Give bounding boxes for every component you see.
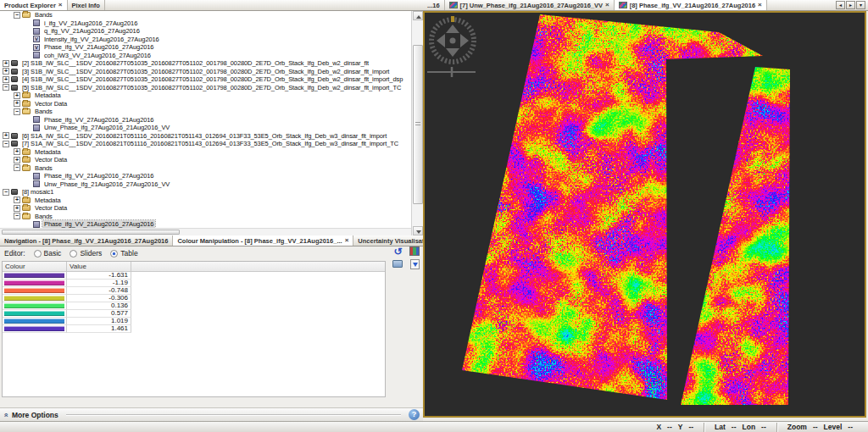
colour-swatch-cell[interactable] [3,325,67,333]
scroll-tabs-left-icon[interactable]: ◂ [836,1,845,9]
image-tab-16[interactable]: ...16 [423,0,445,10]
colour-swatch-cell[interactable] [3,272,67,280]
colour-table-row[interactable]: -0.748 [3,287,385,295]
tree-row[interactable]: +[4] S1B_IW_SLC__1SDV_20160827T051035_20… [0,75,411,84]
expand-icon[interactable]: + [14,205,20,212]
tree-row[interactable]: coh_IW3_VV_21Aug2016_27Aug2016 [0,52,411,60]
tree-row[interactable]: −[8] mosaic1 [0,188,411,197]
close-icon[interactable]: × [58,2,63,8]
tree-row[interactable]: +[3] S1B_IW_SLC__1SDV_20160827T051035_20… [0,68,411,76]
tab-product-explorer[interactable]: Product Explorer× [0,0,68,10]
collapse-icon[interactable]: − [3,189,9,196]
tree-row[interactable]: −Bands [0,11,411,19]
more-options-bar[interactable]: » More Options ? [0,407,423,421]
close-icon[interactable]: × [758,2,762,8]
pan-up-arrow-icon[interactable] [446,25,459,33]
tree-row[interactable]: +[2] S1B_IW_SLC__1SDV_20160827T051035_20… [0,59,411,68]
tree-row[interactable]: VIntensity_ifg_VV_21Aug2016_27Aug2016 [0,36,411,44]
close-icon[interactable]: × [605,2,609,8]
collapse-icon[interactable]: − [3,84,9,91]
save-palette-icon[interactable] [410,259,420,269]
colour-table-row[interactable]: -1.19 [3,280,385,287]
close-icon[interactable]: × [345,237,349,244]
tree-row[interactable]: −Bands [0,164,411,173]
tab-navigation-8-phase-ifg-vv-21aug2[interactable]: Navigation - [8] Phase_ifg_VV_21Aug2016_… [0,235,173,246]
compass-center-icon[interactable] [450,38,456,44]
radio-basic[interactable]: Basic [34,249,62,258]
expand-icon[interactable]: + [3,76,9,83]
tree-row[interactable]: −Bands [0,108,411,116]
interferogram-canvas[interactable] [425,13,865,416]
open-palette-icon[interactable] [392,260,403,268]
expand-icon[interactable]: + [3,68,9,75]
tree-vertical-scrollbar[interactable] [411,11,423,235]
scrollbar-thumb[interactable] [413,45,423,204]
scrollbar-thumb[interactable] [2,230,180,235]
pan-down-arrow-icon[interactable] [446,48,459,57]
expand-icon[interactable]: + [14,157,20,163]
colour-table-row[interactable]: 1.019 [3,318,385,325]
pan-left-arrow-icon[interactable] [437,34,445,47]
navigation-compass[interactable] [427,15,480,81]
reset-palette-icon[interactable]: ↺ [392,246,403,258]
tree-row[interactable]: q_ifg_VV_21Aug2016_27Aug2016 [0,27,411,36]
colour-table-row[interactable]: 0.136 [3,302,385,310]
expand-icon[interactable]: + [14,92,20,99]
tree-row[interactable]: Unw_Phase_ifg_27Aug2016_21Aug2016_VV [0,124,411,132]
scroll-down-button[interactable] [413,226,423,235]
colour-table-row[interactable]: -1.631 [3,272,385,280]
expand-icon[interactable]: + [14,100,20,107]
tree-row[interactable]: −[7] S1A_IW_SLC__1SDV_20160821T051116_20… [0,140,411,148]
tree-row[interactable]: Phase_ifg_VV_27Aug2016_21Aug2016 [0,116,411,125]
tree-row[interactable]: +Vector Data [0,204,411,213]
tab-colour-manipulation-8-phase-ifg-[interactable]: Colour Manipulation - [8] Phase_ifg_VV_2… [173,235,353,246]
colour-swatch-cell[interactable] [3,310,67,318]
tree-row[interactable]: Unw_Phase_ifg_21Aug2016_27Aug2016_VV [0,180,411,189]
tree-row[interactable]: +Metadata [0,91,411,100]
image-tab-8-phase-ifg-vv-21aug2016-27aug20[interactable]: [8] Phase_ifg_VV_21Aug2016_27Aug2016× [615,0,767,10]
tree-row[interactable]: +[6] S1A_IW_SLC__1SDV_20160821T051116_20… [0,132,411,141]
tree-horizontal-scrollbar[interactable] [0,228,411,235]
colour-table-row[interactable]: 0.577 [3,310,385,318]
tree-row[interactable]: i_ifg_VV_21Aug2016_27Aug2016 [0,19,411,28]
image-tab-7-unw-phase-ifg-21aug2016-27aug2[interactable]: [7] Unw_Phase_ifg_21Aug2016_27Aug2016_VV… [445,0,615,10]
radio-button-icon[interactable] [110,250,118,258]
value-cell[interactable]: 1.461 [67,325,131,333]
pan-right-arrow-icon[interactable] [460,34,469,47]
collapse-icon[interactable]: − [14,213,20,219]
tree-row[interactable]: −Bands [0,213,411,221]
expand-icon[interactable]: + [3,60,9,67]
colour-table-row[interactable]: 1.461 [3,325,385,333]
colour-table-row[interactable]: -0.306 [3,295,385,302]
tree-row[interactable]: +Vector Data [0,156,411,164]
scroll-tabs-right-icon[interactable]: ▸ [846,1,855,9]
collapse-icon[interactable]: − [14,12,20,19]
expand-icon[interactable]: + [14,197,20,203]
expand-icon[interactable]: + [3,132,9,139]
radio-button-icon[interactable] [70,250,77,258]
colour-swatch-cell[interactable] [3,302,67,310]
image-view-window[interactable] [423,11,866,418]
tree-row[interactable]: −[5] S1B_IW_SLC__1SDV_20160827T051035_20… [0,84,411,92]
tree-row[interactable]: Phase_ifg_VV_21Aug2016_27Aug2016 [0,220,411,228]
import-palette-icon[interactable] [409,246,420,256]
collapse-icon[interactable]: − [14,164,20,171]
radio-sliders[interactable]: Sliders [70,249,102,258]
tree-row[interactable]: +Metadata [0,197,411,205]
colour-swatch-cell[interactable] [3,287,67,295]
scroll-up-button[interactable] [413,11,423,20]
tree-row[interactable]: +Metadata [0,148,411,157]
tree-row[interactable]: +Vector Data [0,100,411,108]
collapse-icon[interactable]: − [14,108,20,115]
help-icon[interactable]: ? [409,409,420,420]
colour-swatch-cell[interactable] [3,280,67,287]
tree-row[interactable]: Phase_ifg_VV_21Aug2016_27Aug2016 [0,172,411,180]
colour-swatch-cell[interactable] [3,318,67,325]
radio-button-icon[interactable] [34,250,42,258]
tab-pixel-info[interactable]: Pixel Info [68,0,105,10]
tab-list-dropdown-icon[interactable]: ▾ [856,1,865,9]
radio-table[interactable]: Table [110,249,137,258]
tree-row[interactable]: VPhase_ifg_VV_21Aug2016_27Aug2016 [0,43,411,52]
expand-icon[interactable]: + [14,148,20,155]
collapse-icon[interactable]: − [3,141,9,147]
